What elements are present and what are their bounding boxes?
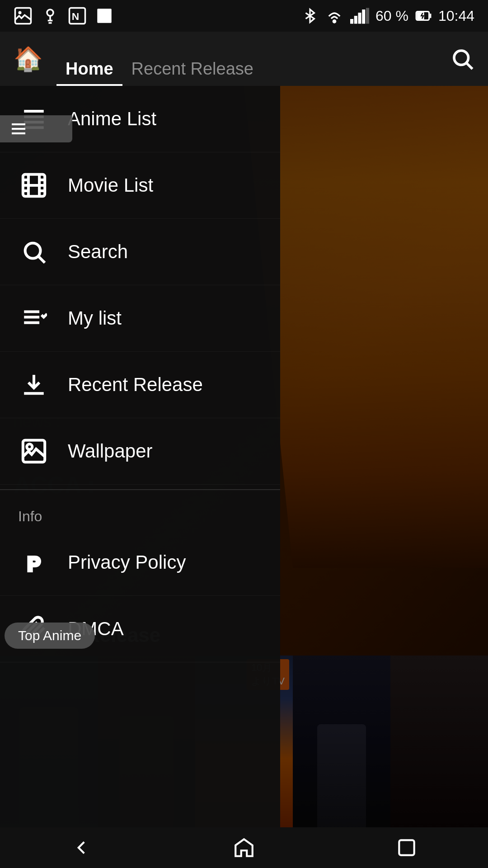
- back-icon: [70, 836, 93, 859]
- info-section-header: Info: [0, 495, 280, 529]
- time-display: 10:44: [438, 8, 474, 24]
- movie-list-label: Movie List: [68, 175, 153, 196]
- svg-rect-45: [399, 840, 414, 855]
- svg-line-36: [39, 257, 45, 263]
- drawer-item-wallpaper[interactable]: Wallpaper: [0, 418, 280, 485]
- svg-text:N: N: [72, 10, 79, 22]
- my-list-label: My list: [68, 307, 122, 329]
- status-left-icons: N: [14, 6, 114, 25]
- svg-rect-13: [362, 9, 365, 24]
- drawer-item-movie-list[interactable]: Movie List: [0, 152, 280, 219]
- search-label: Search: [68, 241, 128, 263]
- svg-rect-10: [350, 19, 353, 24]
- recents-button[interactable]: [380, 827, 434, 868]
- download-icon: [18, 369, 50, 401]
- back-button[interactable]: [54, 827, 108, 868]
- drawer-search-icon: [18, 236, 50, 268]
- menu-icon: [7, 120, 30, 138]
- toolbar: 🏠 Home Recent Release: [0, 32, 488, 86]
- drawer-item-privacy-policy[interactable]: P Privacy Policy: [0, 529, 280, 596]
- battery-icon: [415, 7, 432, 24]
- status-bar: N 60 %: [0, 0, 488, 32]
- svg-point-9: [333, 20, 335, 23]
- status-right: 60 % 10:44: [301, 6, 474, 25]
- image-wallpaper-icon: [18, 435, 50, 467]
- main-content: news : ACCA : Recent Release 10月よりTV Top…: [0, 86, 488, 827]
- privacy-icon: P: [18, 547, 50, 578]
- drawer-item-search[interactable]: Search: [0, 219, 280, 285]
- search-icon[interactable]: [450, 47, 474, 71]
- svg-point-43: [27, 444, 32, 449]
- bottom-nav: [0, 827, 488, 868]
- bluetooth-icon: [301, 7, 319, 24]
- svg-rect-11: [354, 16, 357, 24]
- drawer-item-recent-release[interactable]: Recent Release: [0, 352, 280, 418]
- recents-icon: [395, 836, 418, 859]
- toolbar-tabs: Home Recent Release: [56, 32, 450, 86]
- anime-list-label: Anime List: [68, 108, 156, 130]
- svg-rect-14: [366, 8, 369, 24]
- checklist-icon: [18, 302, 50, 334]
- svg-point-18: [454, 51, 469, 65]
- signal-icon: [350, 7, 369, 24]
- home-icon: 🏠: [14, 45, 43, 73]
- svg-point-1: [19, 11, 22, 14]
- film-icon: [18, 170, 50, 201]
- privacy-policy-label: Privacy Policy: [68, 552, 186, 573]
- battery-text: 60 %: [375, 8, 408, 24]
- recent-release-drawer-label: Recent Release: [68, 374, 203, 396]
- svg-point-2: [47, 9, 53, 16]
- wifi-icon: [325, 6, 344, 25]
- drawer-divider: [0, 489, 280, 490]
- tab-recent-release[interactable]: Recent Release: [122, 32, 263, 86]
- home-nav-icon: [233, 836, 255, 859]
- top-anime-pill[interactable]: Top Anime: [5, 623, 95, 649]
- n-badge-icon: N: [68, 6, 87, 25]
- svg-text:P: P: [28, 553, 41, 575]
- wallpaper-label: Wallpaper: [68, 440, 153, 462]
- drawer-item-my-list[interactable]: My list: [0, 285, 280, 352]
- image-icon: [14, 6, 33, 25]
- svg-rect-12: [358, 13, 361, 24]
- side-tag: [0, 115, 72, 142]
- svg-point-35: [25, 243, 41, 259]
- home-button[interactable]: [217, 827, 271, 868]
- side-drawer: Anime List Movie List: [0, 86, 280, 827]
- bulb-icon: [41, 6, 60, 25]
- square-icon: [95, 6, 114, 25]
- tab-home[interactable]: Home: [56, 32, 122, 86]
- svg-rect-8: [97, 9, 112, 23]
- svg-line-19: [467, 63, 472, 69]
